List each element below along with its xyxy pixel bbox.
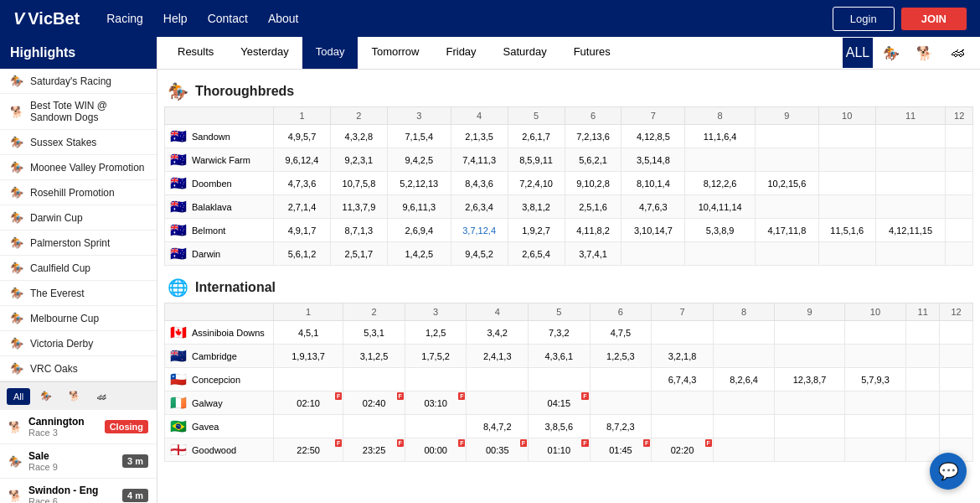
race-cell bbox=[343, 368, 405, 392]
race-cell bbox=[590, 368, 652, 392]
race-cell bbox=[844, 415, 906, 438]
time-cell: 02:10F bbox=[274, 392, 343, 415]
race-cell: 7,2,4,10 bbox=[508, 172, 565, 195]
time-cell: 04:15F bbox=[529, 392, 591, 415]
race-cell: 3,8,5,6 bbox=[529, 415, 591, 438]
race-item-swindon[interactable]: 🐕 Swindon - Eng Race 6 4 m bbox=[0, 479, 157, 503]
race-cell: 11,3,7,9 bbox=[330, 195, 387, 219]
time-cell bbox=[467, 392, 529, 415]
tab-saturday[interactable]: Saturday bbox=[490, 37, 560, 69]
col-5: 5 bbox=[508, 107, 565, 125]
race-cell: 1,4,2,5 bbox=[387, 242, 451, 266]
race-cell bbox=[946, 125, 973, 148]
sidebar-tab-dog[interactable]: 🐕 bbox=[62, 387, 87, 405]
sidebar-item-moonee[interactable]: 🏇 Moonee Valley Promotion bbox=[0, 155, 157, 180]
sidebar-item-darwin-cup[interactable]: 🏇 Darwin Cup bbox=[0, 205, 157, 231]
race-item-sale[interactable]: 🏇 Sale Race 9 3 m bbox=[0, 444, 157, 479]
race-cell bbox=[622, 242, 685, 266]
tab-futures[interactable]: Futures bbox=[560, 37, 624, 69]
sidebar-tab-horse[interactable]: 🏇 bbox=[34, 387, 59, 405]
venue-cell: 🇦🇺Belmont bbox=[165, 219, 274, 242]
login-button[interactable]: Login bbox=[833, 7, 895, 31]
table-row[interactable]: 🇮🇪Galway02:10F02:40F03:10F04:15F bbox=[165, 392, 973, 415]
table-row[interactable]: 🇳🇿Cambridge1,9,13,73,1,2,51,7,5,22,4,1,3… bbox=[165, 345, 973, 368]
table-row[interactable]: 🇦🇺Sandown4,9,5,74,3,2,87,1,5,42,1,3,52,6… bbox=[165, 125, 973, 148]
sidebar-tab-car[interactable]: 🏎 bbox=[90, 388, 113, 405]
race-cell: 11,1,6,4 bbox=[685, 125, 756, 148]
race-cell: 8,7,2,3 bbox=[590, 415, 652, 438]
race-cell: 4,12,8,5 bbox=[622, 125, 685, 148]
type-all-button[interactable]: ALL bbox=[843, 38, 873, 68]
race-cell bbox=[775, 321, 844, 345]
race-cell: 4,17,11,8 bbox=[755, 219, 818, 242]
race-cell bbox=[713, 345, 775, 368]
table-row[interactable]: 🇨🇦Assiniboia Downs4,5,15,3,11,2,53,4,27,… bbox=[165, 321, 973, 345]
sidebar-item-saturdays-racing[interactable]: 🏇 Saturday's Racing bbox=[0, 69, 157, 94]
sidebar-item-melbourne-cup[interactable]: 🏇 Melbourne Cup bbox=[0, 306, 157, 331]
type-dog-button[interactable]: 🐕 bbox=[910, 38, 940, 68]
race-cell: 3,4,2 bbox=[467, 321, 529, 345]
sidebar-item-palmerston[interactable]: 🏇 Palmerston Sprint bbox=[0, 231, 157, 256]
race-cell: 3,2,1,8 bbox=[652, 345, 714, 368]
race-cell: 3,7,4,1 bbox=[565, 242, 622, 266]
table-row[interactable]: 🇦🇺Belmont4,9,1,78,7,1,32,6,9,43,7,12,41,… bbox=[165, 219, 973, 242]
type-car-button[interactable]: 🏎 bbox=[943, 38, 973, 68]
sidebar-item-rosehill[interactable]: 🏇 Rosehill Promotion bbox=[0, 180, 157, 205]
tab-results[interactable]: Results bbox=[164, 37, 227, 69]
table-row[interactable]: 🇦🇺Warwick Farm9,6,12,49,2,3,19,4,2,57,4,… bbox=[165, 148, 973, 172]
col-6: 6 bbox=[565, 107, 622, 125]
tab-friday[interactable]: Friday bbox=[432, 37, 489, 69]
sidebar-item-caulfield[interactable]: 🏇 Caulfield Cup bbox=[0, 256, 157, 281]
nav-contact[interactable]: Contact bbox=[208, 12, 248, 25]
tab-tomorrow[interactable]: Tomorrow bbox=[358, 37, 432, 69]
sidebar-tab-all[interactable]: All bbox=[7, 388, 30, 405]
race-cell bbox=[875, 125, 946, 148]
type-horse-button[interactable]: 🏇 bbox=[876, 38, 906, 68]
sidebar-item-best-tote[interactable]: 🐕 Best Tote WIN @ Sandown Dogs bbox=[0, 94, 157, 130]
race-cell bbox=[713, 415, 775, 438]
sidebar-filter-tabs: All 🏇 🐕 🏎 bbox=[0, 381, 157, 410]
tab-yesterday[interactable]: Yesterday bbox=[227, 37, 302, 69]
time-cell bbox=[844, 438, 906, 462]
nav-help[interactable]: Help bbox=[163, 12, 188, 25]
tab-today[interactable]: Today bbox=[302, 37, 358, 69]
table-row[interactable]: 🇨🇱Concepcion6,7,4,38,2,6,412,3,8,75,7,9,… bbox=[165, 368, 973, 392]
tab-bar: Results Yesterday Today Tomorrow Friday … bbox=[157, 37, 980, 70]
race-item-cannington[interactable]: 🐕 Cannington Race 3 Closing bbox=[0, 410, 157, 444]
nav-racing[interactable]: Racing bbox=[106, 12, 143, 25]
join-button[interactable]: JOIN bbox=[901, 8, 967, 30]
table-area: 🏇 Thoroughbreds 1 2 3 4 5 6 7 8 9 bbox=[157, 70, 980, 469]
race-cell: 3,1,2,5 bbox=[343, 345, 405, 368]
race-cell: 2,7,1,4 bbox=[274, 195, 331, 219]
table-row[interactable]: 🇦🇺Balaklava2,7,1,411,3,7,99,6,11,32,6,3,… bbox=[165, 195, 973, 219]
horse-icon2: 🏇 bbox=[10, 136, 23, 148]
horse-icon8: 🏇 bbox=[10, 287, 23, 299]
race-cell: 3,10,14,7 bbox=[622, 219, 685, 242]
race-cell: 4,3,2,8 bbox=[330, 125, 387, 148]
race-cell: 4,9,1,7 bbox=[274, 219, 331, 242]
race-cell: 1,2,5 bbox=[405, 321, 467, 345]
horse-icon10: 🏇 bbox=[10, 337, 23, 350]
table-row[interactable]: 🇦🇺Darwin5,6,1,22,5,1,71,4,2,59,4,5,22,6,… bbox=[165, 242, 973, 266]
table-row[interactable]: 🏴󠁧󠁢󠁥󠁮󠁧󠁿Goodwood22:50F23:25F00:00F00:35F0… bbox=[165, 438, 973, 462]
sidebar: Highlights 🏇 Saturday's Racing 🐕 Best To… bbox=[0, 37, 157, 503]
dog-race-icon2: 🐕 bbox=[8, 490, 22, 502]
sidebar-item-vrc-oaks[interactable]: 🏇 VRC Oaks bbox=[0, 356, 157, 381]
intl-col-7: 7 bbox=[652, 303, 714, 321]
time-cell: 01:10F bbox=[529, 438, 591, 462]
sidebar-item-victoria-derby[interactable]: 🏇 Victoria Derby bbox=[0, 331, 157, 356]
nav-about[interactable]: About bbox=[268, 12, 299, 25]
time-badge-swindon: 4 m bbox=[122, 489, 148, 502]
sidebar-item-everest[interactable]: 🏇 The Everest bbox=[0, 281, 157, 306]
race-cell bbox=[946, 172, 973, 195]
race-cell bbox=[652, 321, 714, 345]
table-row[interactable]: 🇦🇺Doomben4,7,3,610,7,5,85,2,12,138,4,3,6… bbox=[165, 172, 973, 195]
race-cell bbox=[818, 242, 875, 266]
race-cell: 6,7,4,3 bbox=[652, 368, 714, 392]
race-cell bbox=[940, 368, 973, 392]
horse-icon: 🏇 bbox=[10, 75, 23, 87]
sidebar-item-sussex[interactable]: 🏇 Sussex Stakes bbox=[0, 130, 157, 155]
table-row[interactable]: 🇧🇷Gavea8,4,7,23,8,5,68,7,2,3 bbox=[165, 415, 973, 438]
race-cell: 9,10,2,8 bbox=[565, 172, 622, 195]
chat-button[interactable]: 💬 bbox=[930, 453, 967, 490]
